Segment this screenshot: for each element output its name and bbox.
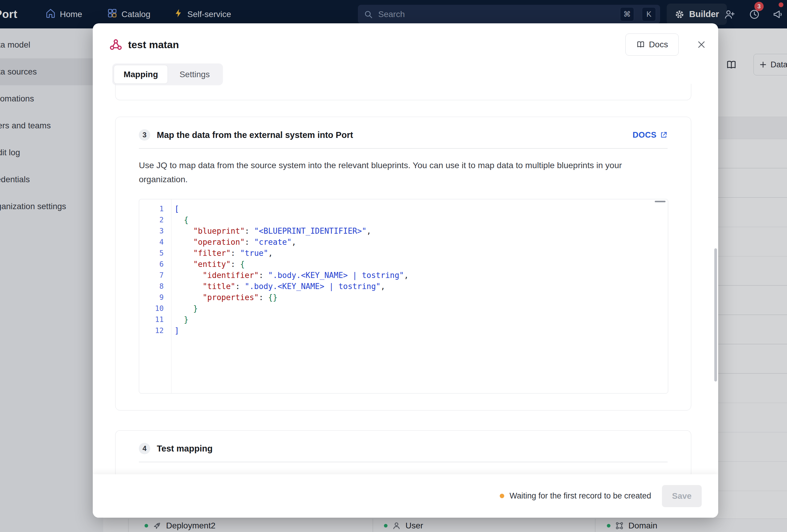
- docs-button[interactable]: Docs: [625, 34, 679, 56]
- external-link-icon: [660, 131, 667, 139]
- modal-tabs: Mapping Settings: [112, 63, 223, 85]
- book-icon: [636, 40, 645, 49]
- section-divider: [139, 462, 667, 462]
- section-map-data: 3 Map the data from the external system …: [115, 117, 691, 410]
- step-number: 3: [139, 129, 150, 141]
- waiting-status-dot: [500, 494, 504, 498]
- section-divider: [139, 148, 667, 149]
- section-title: Test mapping: [157, 444, 212, 454]
- data-source-modal: test matan Docs Mapping Settings 3 Map t…: [93, 23, 718, 518]
- docs-link[interactable]: DOCS: [633, 130, 667, 140]
- code-editor[interactable]: 123456789101112 [ { "blueprint": "<BLUEP…: [139, 199, 668, 393]
- close-icon[interactable]: [697, 40, 707, 50]
- screen: Port Home Catalog Self-service Search ⌘ …: [0, 0, 787, 532]
- modal-footer: Waiting for the first record to be creat…: [93, 474, 718, 518]
- step-number: 4: [139, 443, 150, 454]
- webhook-icon: [109, 38, 123, 51]
- waiting-status-text: Waiting for the first record to be creat…: [510, 491, 651, 501]
- tab-settings[interactable]: Settings: [168, 65, 221, 84]
- editor-line-numbers: 123456789101112: [139, 199, 171, 393]
- editor-code: [ { "blueprint": "<BLUEPRINT_IDENTIFIER>…: [171, 199, 668, 393]
- tab-mapping[interactable]: Mapping: [114, 65, 168, 84]
- modal-header: test matan Docs: [93, 23, 718, 63]
- editor-scrollbar[interactable]: [655, 201, 665, 202]
- section-description: Use JQ to map data from the source syste…: [139, 158, 657, 186]
- save-button[interactable]: Save: [662, 485, 702, 507]
- modal-scrollbar-thumb[interactable]: [714, 248, 717, 382]
- section-title: Map the data from the external system in…: [157, 130, 353, 140]
- modal-title: test matan: [128, 39, 179, 50]
- previous-section-card-edge: [115, 84, 691, 100]
